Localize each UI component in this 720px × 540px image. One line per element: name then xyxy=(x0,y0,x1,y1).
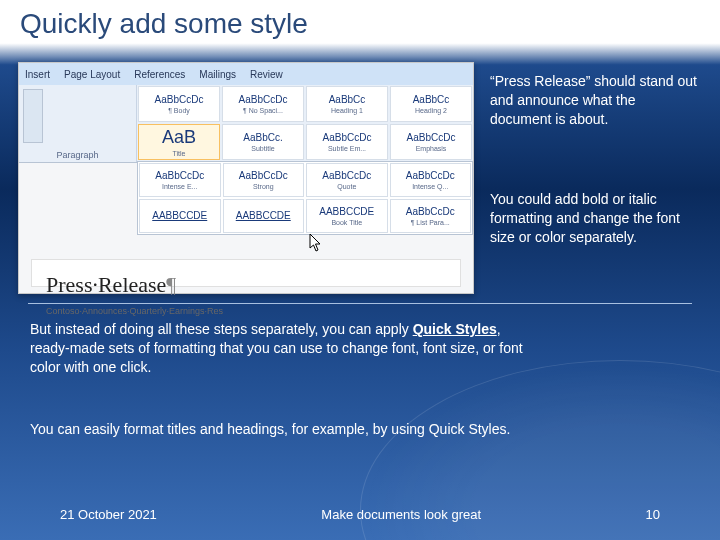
ribbon-group-paragraph: Paragraph xyxy=(19,85,137,162)
slide: Quickly add some style Insert Page Layou… xyxy=(0,0,720,540)
tab-review[interactable]: Review xyxy=(250,69,283,80)
tab-references[interactable]: References xyxy=(134,69,185,80)
style-subtle-emphasis[interactable]: AaBbCcDcSubtle Em... xyxy=(306,124,388,160)
tab-page-layout[interactable]: Page Layout xyxy=(64,69,120,80)
lower-paragraph-2: You can easily format titles and heading… xyxy=(30,420,540,439)
style-quote[interactable]: AaBbCcDcQuote xyxy=(306,163,388,197)
group-label-paragraph: Paragraph xyxy=(19,150,136,160)
style-body[interactable]: AaBbCcDc¶ Body xyxy=(138,86,220,122)
right-paragraph-2: You could add bold or italic formatting … xyxy=(490,190,700,247)
footer: 21 October 2021 Make documents look grea… xyxy=(0,507,720,522)
style-intense-emphasis[interactable]: AaBbCcDcIntense E... xyxy=(139,163,221,197)
pilcrow-icon: ¶ xyxy=(166,272,176,297)
style-strong[interactable]: AaBbCcDcStrong xyxy=(223,163,305,197)
styles-overflow: AaBbCcDcIntense E... AaBbCcDcStrong AaBb… xyxy=(137,161,473,235)
style-subtitle[interactable]: AaBbCc.Subtitle xyxy=(222,124,304,160)
style-book-title[interactable]: AABBCCDEBook Title xyxy=(306,199,388,233)
style-list-paragraph[interactable]: AaBbCcDc¶ List Para... xyxy=(390,199,472,233)
slide-title: Quickly add some style xyxy=(20,8,308,40)
word-screenshot: Insert Page Layout References Mailings R… xyxy=(18,62,474,294)
style-emphasis[interactable]: AaBbCcDcEmphasis xyxy=(390,124,472,160)
style-title[interactable]: AaBTitle xyxy=(138,124,220,160)
lower-paragraph-1: But instead of doing all these steps sep… xyxy=(30,320,540,377)
doc-subtitle-line: Contoso·Announces·Quarterly·Earnings·Res xyxy=(46,306,446,316)
style-heading-2[interactable]: AaBbCcHeading 2 xyxy=(390,86,472,122)
ribbon-body: Paragraph AaBbCcDc¶ Body AaBbCcDc¶ No Sp… xyxy=(19,85,473,163)
footer-center: Make documents look great xyxy=(321,507,481,522)
style-heading-1[interactable]: AaBbCcHeading 1 xyxy=(306,86,388,122)
document-area[interactable]: Press·Release¶ Contoso·Announces·Quarter… xyxy=(31,259,461,287)
paragraph-controls[interactable] xyxy=(23,89,43,143)
ribbon-tabs: Insert Page Layout References Mailings R… xyxy=(19,63,473,85)
right-paragraph-1: “Press Release” should stand out and ann… xyxy=(490,72,700,129)
style-ref-2[interactable]: AABBCCDE xyxy=(223,199,305,233)
doc-title-line: Press·Release¶ xyxy=(46,272,446,298)
styles-gallery: AaBbCcDc¶ Body AaBbCcDc¶ No Spaci... AaB… xyxy=(137,85,473,162)
style-ref-1[interactable]: AABBCCDE xyxy=(139,199,221,233)
footer-page: 10 xyxy=(646,507,660,522)
style-no-spacing[interactable]: AaBbCcDc¶ No Spaci... xyxy=(222,86,304,122)
tab-insert[interactable]: Insert xyxy=(25,69,50,80)
footer-date: 21 October 2021 xyxy=(60,507,157,522)
style-intense-quote[interactable]: AaBbCcDcIntense Q... xyxy=(390,163,472,197)
divider-line xyxy=(28,303,692,304)
cursor-icon xyxy=(309,233,325,253)
tab-mailings[interactable]: Mailings xyxy=(199,69,236,80)
